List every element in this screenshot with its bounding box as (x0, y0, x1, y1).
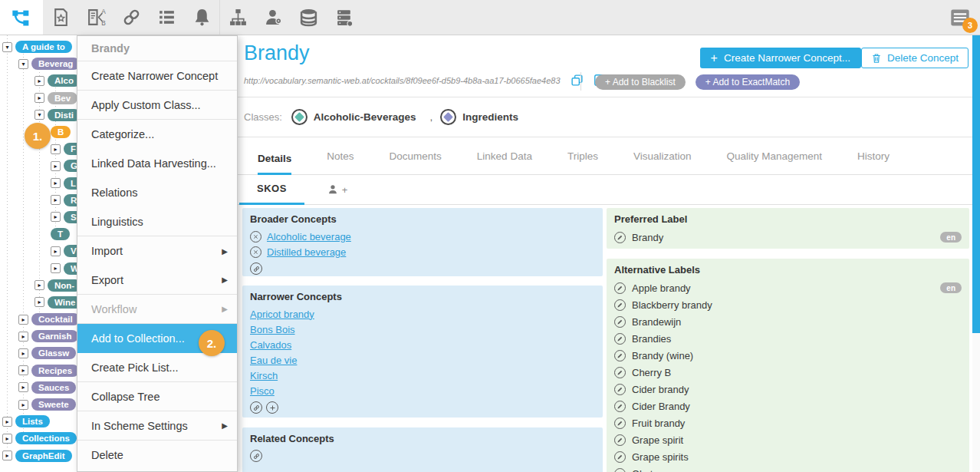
edit-label-icon[interactable] (614, 468, 626, 472)
scrollbar-thumb[interactable] (972, 35, 980, 333)
text-extraction-icon[interactable] (78, 0, 113, 35)
edit-label-icon[interactable] (614, 367, 626, 378)
class-item[interactable]: Alcoholic-Beverages , (291, 109, 440, 125)
tree-expander-icon[interactable] (35, 297, 44, 307)
link-icon[interactable] (113, 0, 149, 35)
context-menu-item[interactable]: Linked Data Harvesting... ▶ (77, 149, 237, 178)
edit-label-icon[interactable] (614, 333, 626, 345)
tree-expander-icon[interactable] (35, 93, 44, 103)
concept-link[interactable]: Apricot brandy (250, 309, 314, 320)
concept-link[interactable]: Distilled beverage (267, 246, 346, 258)
concept-link[interactable]: Kirsch (250, 370, 278, 381)
tab[interactable]: Triples (567, 150, 598, 175)
context-menu-item[interactable]: Create Narrower Concept ▶ (77, 61, 237, 91)
tree-node-label[interactable]: Recipes (31, 365, 79, 377)
tree-expander-icon[interactable] (18, 59, 28, 69)
tree-expander-icon[interactable] (35, 76, 44, 86)
concept-link[interactable]: Eau de vie (250, 355, 297, 366)
delete-concept-button[interactable]: Delete Concept (861, 48, 968, 68)
tree-expander-icon[interactable] (51, 178, 61, 188)
tree-node-label[interactable]: Lists (15, 415, 50, 427)
concept-link[interactable]: Calvados (250, 339, 291, 351)
tree-expander-icon[interactable] (2, 42, 12, 52)
edit-label-icon[interactable] (614, 418, 626, 429)
edit-label-icon[interactable] (614, 299, 626, 311)
tree-node-label[interactable]: GraphEdit (15, 450, 72, 462)
tab-skos[interactable]: SKOS (239, 175, 304, 205)
link-concept-icon[interactable] (250, 401, 262, 414)
context-menu-item[interactable]: Import ▶ (77, 236, 237, 266)
tree-expander-icon[interactable] (18, 400, 28, 410)
tab[interactable]: History (857, 150, 890, 175)
tab[interactable]: Details (258, 153, 291, 175)
bell-icon[interactable] (184, 0, 219, 35)
notes-button[interactable]: 3 (948, 7, 972, 28)
document-star-icon[interactable] (43, 0, 78, 35)
tree-expander-icon[interactable] (2, 434, 12, 444)
edit-label-icon[interactable] (614, 232, 626, 243)
context-menu-item[interactable]: Delete ▶ (77, 441, 237, 470)
tree-expander-icon[interactable] (18, 365, 28, 375)
tab[interactable]: Notes (327, 150, 354, 175)
edit-label-icon[interactable] (614, 350, 626, 361)
class-item[interactable]: Ingredients , (440, 109, 518, 125)
tree-expander-icon[interactable] (35, 280, 44, 290)
create-narrower-concept-button[interactable]: + Create Narrower Concept... (700, 48, 861, 68)
tree-node-label[interactable]: Alco (48, 74, 81, 87)
tree-expander-icon[interactable] (18, 332, 28, 342)
tree-expander-icon[interactable] (2, 417, 12, 427)
tree-expander-icon[interactable] (51, 161, 61, 171)
concept-link[interactable]: Bons Bois (250, 324, 295, 335)
tab[interactable]: Visualization (633, 150, 692, 175)
tree-node-label[interactable]: Garnish (31, 330, 78, 342)
tree-node-label[interactable]: B (51, 126, 71, 138)
context-menu-item[interactable]: In Scheme Settings ▶ (77, 411, 237, 441)
tree-node-label[interactable]: Bev (48, 92, 77, 104)
link-concept-icon[interactable] (250, 262, 262, 275)
remove-relation-icon[interactable] (250, 231, 261, 243)
add-to-exactmatch-button[interactable]: + Add to ExactMatch (696, 74, 800, 90)
database-icon[interactable] (291, 0, 326, 35)
edit-label-icon[interactable] (614, 434, 626, 446)
context-menu-item[interactable]: Linguistics ▶ (77, 207, 237, 236)
tab[interactable]: Quality Management (726, 150, 822, 175)
tree-node-label[interactable]: Beverag (31, 58, 80, 70)
add-concept-icon[interactable] (266, 401, 278, 414)
edit-label-icon[interactable] (614, 384, 626, 395)
tree-node-label[interactable]: Disti (48, 109, 81, 121)
link-concept-icon[interactable] (250, 450, 262, 462)
tree-node-label[interactable]: T (51, 228, 70, 240)
tree-node-label[interactable]: A guide to (15, 41, 72, 53)
context-menu-item[interactable]: Collapse Tree ▶ (77, 382, 237, 411)
tree-node-label[interactable]: Sweete (31, 398, 76, 411)
context-menu-item[interactable]: Apply Custom Class... ▶ (77, 91, 237, 120)
context-menu-item[interactable]: Create Pick List... ▶ (77, 353, 237, 382)
context-menu-item[interactable]: Categorize... ▶ (77, 120, 237, 149)
add-to-blacklist-button[interactable]: + Add to Blacklist (595, 74, 686, 90)
tree-expander-icon[interactable] (51, 246, 61, 256)
tree-expander-icon[interactable] (51, 212, 61, 222)
copy-uri-icon[interactable] (571, 74, 584, 87)
tab[interactable]: Documents (390, 150, 442, 175)
tree-node-label[interactable]: Collections (15, 432, 77, 444)
tree-node-label[interactable]: Sauces (31, 381, 76, 394)
context-menu-item[interactable]: Relations ▶ (77, 178, 237, 207)
context-menu-item[interactable]: Export ▶ (77, 266, 237, 295)
remove-relation-icon[interactable] (250, 246, 261, 258)
edit-label-icon[interactable] (614, 282, 626, 294)
context-menu-item[interactable]: Workflow ▶ (77, 295, 237, 324)
tree-expander-icon[interactable] (51, 263, 61, 273)
list-icon[interactable] (149, 0, 184, 35)
edit-label-icon[interactable] (614, 451, 626, 463)
tab[interactable]: Linked Data (477, 150, 532, 175)
tree-expander-icon[interactable] (18, 315, 28, 325)
concept-link[interactable]: Pisco (250, 385, 275, 397)
server-backup-icon[interactable] (326, 0, 361, 35)
app-logo[interactable] (0, 0, 43, 35)
add-language-button[interactable]: + (327, 184, 348, 196)
tree-expander-icon[interactable] (51, 195, 61, 205)
concept-link[interactable]: Alcoholic beverage (267, 231, 351, 243)
tree-expander-icon[interactable] (18, 382, 28, 392)
edit-label-icon[interactable] (614, 316, 626, 328)
tree-node-label[interactable]: Glassw (31, 347, 76, 359)
